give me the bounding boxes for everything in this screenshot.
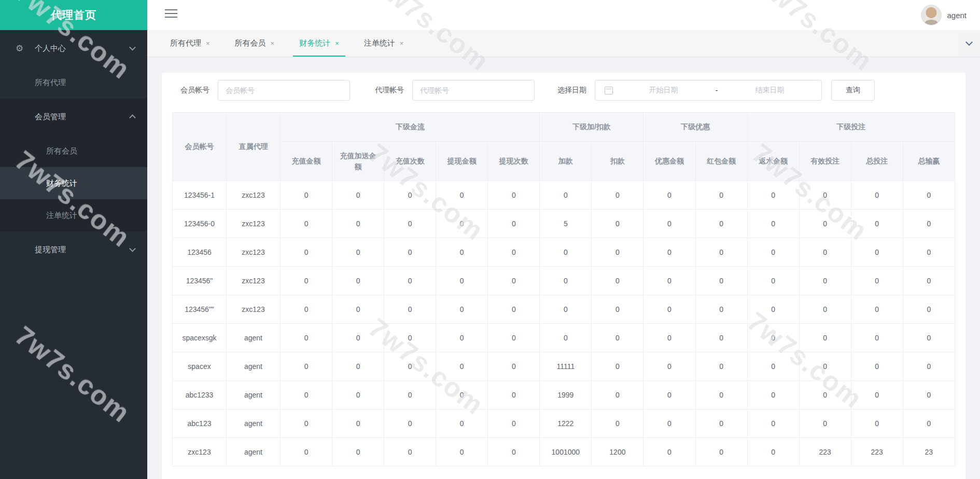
column-header: 加款	[540, 142, 592, 181]
gear-icon: ⚙	[16, 43, 23, 54]
table-cell: 0	[903, 352, 955, 381]
table-cell: 0	[384, 295, 436, 324]
table-cell: 0	[488, 181, 540, 210]
top-bar: agent	[147, 0, 980, 30]
end-date-placeholder[interactable]: 结束日期	[724, 86, 815, 95]
sidebar-item-label: 所有代理	[35, 78, 66, 88]
table-row: 123456-0zxc1230000050000000	[173, 210, 955, 238]
table-cell: 0	[592, 238, 643, 267]
sidebar-item-所有会员[interactable]: 所有会员	[0, 135, 147, 167]
group-header: 下级金流	[281, 113, 540, 142]
user-menu[interactable]: agent	[921, 5, 967, 25]
app-title: 代理首页	[0, 0, 147, 30]
user-avatar	[921, 5, 942, 25]
tab-所有会员[interactable]: 所有会员×	[222, 30, 287, 57]
column-header: 返水金额	[747, 142, 799, 181]
table-cell: zxc123	[227, 210, 281, 238]
column-header: 充值加送金额	[332, 142, 384, 181]
table-cell: 0	[799, 352, 851, 381]
member-account-input[interactable]	[218, 80, 350, 101]
table-cell: 0	[384, 381, 436, 409]
sidebar-item-所有代理[interactable]: 所有代理	[0, 66, 147, 99]
sidebar-item-会员管理[interactable]: 会员管理	[0, 99, 147, 135]
table-cell: 0	[281, 210, 332, 238]
column-header: 总输赢	[903, 142, 955, 181]
table-cell: 1001000	[540, 438, 592, 467]
date-range-separator: -	[709, 86, 724, 94]
start-date-placeholder[interactable]: 开始日期	[618, 86, 709, 95]
tab-list-dropdown-button[interactable]	[958, 30, 980, 57]
table-cell: 0	[903, 181, 955, 210]
sidebar: 代理首页 ⚙个人中心所有代理会员管理所有会员财务统计注单统计提现管理	[0, 0, 147, 479]
table-cell: 0	[747, 295, 799, 324]
table-cell: 0	[799, 381, 851, 409]
table-cell: 0	[592, 267, 643, 295]
hamburger-menu-icon[interactable]	[165, 9, 177, 20]
query-button[interactable]: 查询	[831, 80, 875, 101]
table-cell: 0	[643, 181, 695, 210]
date-select-label: 选择日期	[557, 86, 586, 95]
table-cell: 0	[695, 438, 747, 467]
table-cell: 0	[281, 238, 332, 267]
table-cell: zxc123	[227, 181, 281, 210]
table-cell: 0	[851, 238, 903, 267]
table-cell: 0	[851, 381, 903, 409]
calendar-icon	[605, 87, 613, 94]
finance-stats-table: 会员帐号直属代理下级金流下级加/扣款下级优惠下级投注充值金额充值加送金额充值次数…	[172, 112, 955, 467]
filter-bar: 会员帐号 代理帐号 选择日期 开始日期 - 结束日期 查询	[172, 80, 955, 112]
table-cell: 0	[540, 295, 592, 324]
table-cell: 0	[436, 210, 488, 238]
tab-close-icon[interactable]: ×	[206, 39, 210, 47]
chevron-down-icon	[965, 38, 973, 46]
table-cell: 0	[851, 409, 903, 438]
sidebar-item-提现管理[interactable]: 提现管理	[0, 231, 147, 268]
table-cell: spacexsgk	[173, 324, 227, 352]
table-cell: 0	[695, 238, 747, 267]
agent-account-input[interactable]	[412, 80, 535, 101]
tab-close-icon[interactable]: ×	[400, 39, 404, 47]
table-cell: abc1233	[173, 381, 227, 409]
sidebar-item-label: 个人中心	[35, 44, 66, 53]
tab-close-icon[interactable]: ×	[335, 39, 339, 47]
agent-account-label: 代理帐号	[375, 86, 404, 95]
table-cell: 0	[903, 267, 955, 295]
table-row: 123456""zxc1230000000000000	[173, 295, 955, 324]
table-cell: 0	[281, 181, 332, 210]
tab-label: 注单统计	[364, 38, 395, 48]
tab-label: 财务统计	[299, 38, 330, 48]
date-range-picker[interactable]: 开始日期 - 结束日期	[595, 80, 822, 101]
table-cell: agent	[227, 381, 281, 409]
table-cell: 0	[643, 210, 695, 238]
tab-所有代理[interactable]: 所有代理×	[158, 30, 222, 57]
table-cell: 0	[643, 381, 695, 409]
column-header: 充值金额	[281, 142, 332, 181]
column-header: 优惠金额	[643, 142, 695, 181]
chevron-up-icon	[129, 114, 136, 121]
table-cell: 0	[384, 238, 436, 267]
table-cell: 0	[332, 295, 384, 324]
tab-财务统计[interactable]: 财务统计×	[287, 30, 352, 57]
table-cell: 0	[903, 210, 955, 238]
table-cell: 0	[799, 267, 851, 295]
table-cell: 0	[747, 438, 799, 467]
sidebar-item-财务统计[interactable]: 财务统计	[0, 167, 147, 199]
table-cell: 0	[281, 438, 332, 467]
sidebar-item-注单统计[interactable]: 注单统计	[0, 199, 147, 231]
table-cell: 0	[592, 409, 643, 438]
tab-close-icon[interactable]: ×	[271, 39, 275, 47]
table-cell: 0	[747, 409, 799, 438]
table-cell: 0	[903, 295, 955, 324]
table-cell: 223	[851, 438, 903, 467]
table-row: abc123agent0000012220000000	[173, 409, 955, 438]
table-cell: 0	[851, 181, 903, 210]
tab-注单统计[interactable]: 注单统计×	[352, 30, 416, 57]
table-cell: 0	[540, 238, 592, 267]
sidebar-item-个人中心[interactable]: ⚙个人中心	[0, 30, 147, 66]
column-header: 红包金额	[695, 142, 747, 181]
table-cell: 123456	[173, 238, 227, 267]
table-row: abc1233agent0000019990000000	[173, 381, 955, 409]
table-cell: 0	[592, 352, 643, 381]
table-cell: 0	[488, 267, 540, 295]
column-header: 直属代理	[227, 113, 281, 181]
member-account-label: 会员帐号	[180, 86, 209, 95]
